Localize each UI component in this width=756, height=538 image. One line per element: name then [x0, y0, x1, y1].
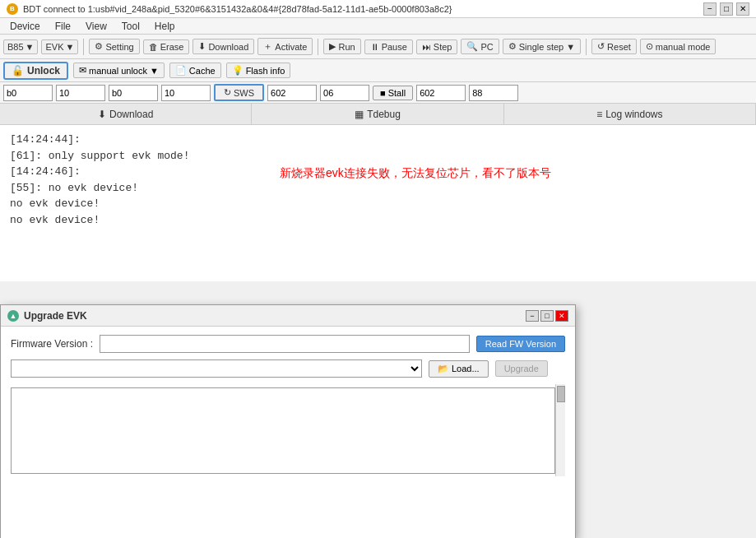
reset-icon: ↺ — [597, 41, 605, 52]
firmware-dropdown[interactable] — [11, 359, 422, 378]
log-area: [14:24:44]: [61]: only support evk mode!… — [0, 125, 756, 281]
log-line-2: [61]: only support evk mode! — [10, 148, 746, 165]
menu-help[interactable]: Help — [148, 20, 182, 32]
evk-label: EVK — [45, 42, 63, 52]
title-bar: B BDT connect to 1:usb#vid_248a&pid_5320… — [0, 0, 756, 18]
dialog-title: Upgrade EVK — [24, 310, 524, 322]
single-step-icon: ⚙ — [508, 41, 517, 52]
log-tab-icon: ≡ — [596, 109, 602, 120]
erase-icon: 🗑 — [149, 42, 158, 52]
input-field-2[interactable] — [56, 85, 105, 101]
sws-button[interactable]: ↻ SWS — [214, 84, 264, 101]
pause-button[interactable]: ⏸ Pause — [364, 39, 413, 54]
manual-unlock-dropdown-icon: ▼ — [150, 66, 159, 76]
step-button[interactable]: ⏭ Step — [416, 39, 458, 54]
app-icon: B — [7, 3, 18, 15]
activate-button[interactable]: ＋ Activate — [257, 38, 313, 55]
menu-bar: Device File View Tool Help — [0, 18, 756, 35]
menu-view[interactable]: View — [79, 20, 114, 32]
load-icon: 📂 — [438, 364, 449, 374]
input-field-4[interactable] — [161, 85, 211, 101]
input-field-3[interactable] — [109, 85, 158, 101]
stall-button[interactable]: ■ Stall — [373, 86, 413, 100]
reset-button[interactable]: ↺ Reset — [591, 39, 637, 54]
cache-icon: 📄 — [175, 65, 187, 76]
main-toolbar: B85 ▼ EVK ▼ ⚙ Setting 🗑 Erase ⬇ Download… — [0, 35, 756, 59]
load-upgrade-row: 📂 Load... Upgrade — [11, 359, 565, 378]
cache-button[interactable]: 📄 Cache — [169, 63, 221, 78]
evk-dropdown-icon: ▼ — [65, 42, 74, 52]
dialog-maximize-button[interactable]: □ — [540, 310, 554, 322]
menu-device[interactable]: Device — [3, 20, 47, 32]
menu-file[interactable]: File — [49, 20, 77, 32]
log-chinese-text: 新烧录器evk连接失败，无法复位芯片，看不了版本号 — [280, 166, 551, 181]
toolbar-separator-3 — [586, 39, 587, 55]
manual-mode-button[interactable]: ⊙ manual mode — [640, 39, 717, 54]
sws-icon: ↻ — [224, 87, 231, 98]
chip-dropdown-icon: ▼ — [26, 42, 35, 52]
download-tab-icon: ⬇ — [98, 109, 106, 120]
setting-button[interactable]: ⚙ Setting — [89, 39, 139, 54]
pc-icon: 🔍 — [466, 41, 478, 52]
activate-icon: ＋ — [263, 40, 272, 53]
input-field-5[interactable] — [267, 85, 317, 101]
log-line-5: [55]: no evk device! — [10, 180, 746, 197]
stall-icon: ■ — [380, 88, 386, 98]
manual-mode-icon: ⊙ — [646, 41, 653, 52]
tab-log-windows[interactable]: ≡ Log windows — [504, 104, 756, 124]
single-step-button[interactable]: ⚙ Single step ▼ — [503, 39, 581, 54]
dialog-scrollbar[interactable] — [555, 384, 565, 476]
dialog-textarea[interactable] — [11, 387, 555, 474]
secondary-toolbar: 🔓 Unlock ✉ manual unlock ▼ 📄 Cache 💡 Fla… — [0, 59, 756, 82]
pc-button[interactable]: 🔍 PC — [461, 39, 499, 54]
evk-selector[interactable]: EVK ▼ — [41, 39, 78, 54]
chip-selector[interactable]: B85 ▼ — [3, 39, 38, 54]
dialog-close-button[interactable]: ✕ — [555, 310, 568, 322]
input-field-6[interactable] — [320, 85, 369, 101]
log-line-7: no evk device! — [10, 212, 746, 229]
close-button[interactable]: ✕ — [736, 2, 749, 16]
scrollbar-thumb — [557, 386, 565, 402]
dialog-minimize-button[interactable]: − — [526, 310, 539, 322]
tab-bar: ⬇ Download ▦ Tdebug ≡ Log windows — [0, 104, 756, 125]
chip-label: B85 — [7, 42, 24, 52]
setting-icon: ⚙ — [95, 41, 103, 52]
log-line-6: no evk device! — [10, 196, 746, 212]
dialog-content-area — [11, 384, 565, 476]
tab-download[interactable]: ⬇ Download — [0, 104, 252, 124]
lock-icon: 🔓 — [12, 65, 24, 77]
input-field-1[interactable] — [3, 85, 53, 101]
fw-version-row: Firmware Version : Read FW Version — [11, 335, 565, 353]
load-button[interactable]: 📂 Load... — [429, 360, 489, 378]
menu-tool[interactable]: Tool — [115, 20, 146, 32]
read-fw-button[interactable]: Read FW Version — [476, 336, 565, 352]
title-text: BDT connect to 1:usb#vid_248a&pid_5320#6… — [23, 4, 452, 14]
upgrade-evk-dialog: ▲ Upgrade EVK − □ ✕ Firmware Version : R… — [0, 304, 576, 538]
dialog-body: Firmware Version : Read FW Version 📂 Loa… — [1, 327, 575, 485]
tdebug-tab-icon: ▦ — [355, 109, 364, 120]
dialog-titlebar: ▲ Upgrade EVK − □ ✕ — [1, 305, 575, 327]
pause-icon: ⏸ — [370, 42, 379, 52]
unlock-button[interactable]: 🔓 Unlock — [3, 62, 68, 80]
input-field-7[interactable] — [416, 85, 466, 101]
dialog-icon: ▲ — [7, 310, 19, 322]
manual-unlock-button[interactable]: ✉ manual unlock ▼ — [73, 63, 165, 78]
log-line-1: [14:24:44]: — [10, 132, 746, 148]
minimize-button[interactable]: − — [703, 2, 717, 16]
toolbar-separator-2 — [318, 39, 318, 55]
step-icon: ⏭ — [422, 42, 431, 52]
input-field-8[interactable] — [469, 85, 518, 101]
flash-info-button[interactable]: 💡 Flash info — [226, 63, 291, 78]
single-step-dropdown-icon: ▼ — [566, 42, 575, 52]
manual-unlock-icon: ✉ — [79, 65, 86, 76]
download-icon: ⬇ — [198, 41, 206, 52]
fw-version-label: Firmware Version : — [11, 338, 93, 350]
tab-tdebug[interactable]: ▦ Tdebug — [252, 104, 503, 124]
run-button[interactable]: ▶ Run — [323, 39, 360, 54]
title-controls: − □ ✕ — [703, 2, 749, 16]
maximize-button[interactable]: □ — [720, 2, 733, 16]
download-button[interactable]: ⬇ Download — [192, 39, 254, 54]
fw-version-input[interactable] — [100, 335, 470, 353]
upgrade-button: Upgrade — [495, 360, 548, 377]
erase-button[interactable]: 🗑 Erase — [143, 39, 190, 54]
